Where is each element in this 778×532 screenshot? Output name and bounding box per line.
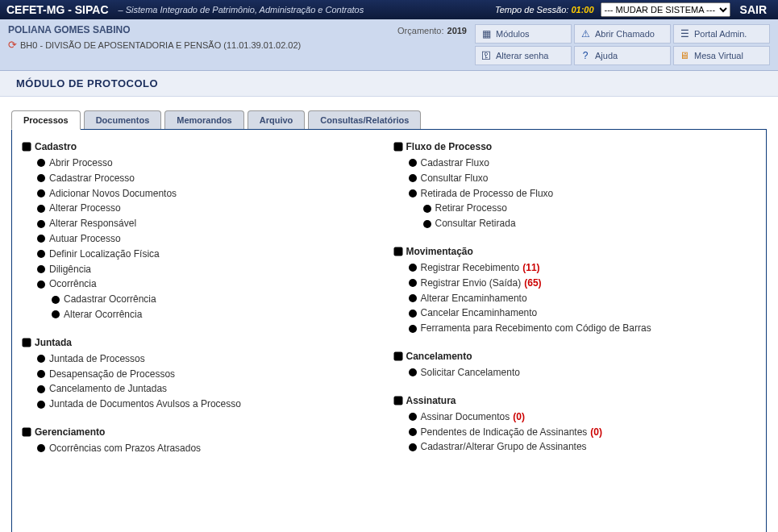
circle-arrow-icon: [36, 219, 46, 229]
link-alterar-responsavel[interactable]: Alterar Responsável: [36, 216, 385, 231]
help-button[interactable]: ?Ajuda: [574, 46, 671, 65]
circle-arrow-icon: [36, 443, 46, 453]
link-cancelar-encaminhamento[interactable]: Cancelar Encaminhamento: [408, 305, 757, 321]
top-bar: CEFET-MG - SIPAC – Sistema Integrado de …: [0, 0, 778, 19]
info-bar: POLIANA GOMES SABINO ⟳ BH0 - DIVISÃO DE …: [0, 19, 778, 71]
circle-arrow-icon: [36, 400, 46, 409]
circle-arrow-icon: [36, 280, 46, 289]
link-autuar-processo[interactable]: Autuar Processo: [36, 231, 385, 247]
circle-arrow-icon: [36, 354, 46, 364]
group-assinatura: Assinatura Assinar Documentos (0) Penden…: [393, 395, 757, 455]
circle-arrow-icon: [36, 173, 46, 183]
system-select[interactable]: --- MUDAR DE SISTEMA ---: [601, 2, 730, 17]
link-consultar-fluxo[interactable]: Consultar Fluxo: [408, 171, 757, 186]
link-solicitar-cancelamento[interactable]: Solicitar Cancelamento: [408, 365, 757, 380]
count-badge: (11): [522, 261, 539, 275]
circle-arrow-icon: [51, 295, 60, 305]
circle-arrow-icon: [408, 368, 418, 377]
refresh-icon[interactable]: ⟳: [8, 39, 17, 51]
count-badge: (65): [524, 276, 541, 290]
circle-arrow-icon: [422, 204, 432, 214]
user-dept: BH0 - DIVISÃO DE APOSENTADORIA E PENSÃO …: [20, 40, 301, 50]
group-cadastro: Cadastro Abrir Processo Cadastrar Proces…: [22, 141, 385, 322]
link-diligencia[interactable]: Diligência: [36, 262, 385, 277]
circle-arrow-icon: [36, 158, 46, 168]
link-consultar-retirada[interactable]: Consultar Retirada: [422, 216, 757, 231]
link-cadastrar-fluxo[interactable]: Cadastrar Fluxo: [408, 156, 757, 171]
desk-icon: 🖥: [679, 50, 690, 61]
link-cadastrar-grupo[interactable]: Cadastrar/Alterar Grupo de Assinantes: [408, 439, 757, 455]
subtitle: – Sistema Integrado de Patrimônio, Admin…: [119, 5, 364, 15]
link-registrar-recebimento[interactable]: Registrar Recebimento (11): [408, 260, 757, 276]
circle-arrow-icon: [408, 263, 418, 272]
circle-arrow-icon: [408, 412, 418, 422]
tab-arquivo[interactable]: Arquivo: [248, 110, 306, 130]
arrow-icon: [393, 247, 403, 256]
link-cadastrar-processo[interactable]: Cadastrar Processo: [36, 171, 385, 186]
portal-admin-button[interactable]: ☰Portal Admin.: [673, 24, 770, 44]
link-retirada-fluxo[interactable]: Retirada de Processo de Fluxo: [408, 186, 757, 202]
grid-icon: ▦: [481, 28, 492, 39]
link-alterar-encaminhamento[interactable]: Alterar Encaminhamento: [408, 291, 757, 306]
list-icon: ☰: [679, 28, 690, 39]
group-cancelamento: Cancelamento Solicitar Cancelamento: [393, 351, 757, 380]
arrow-icon: [393, 351, 403, 361]
circle-arrow-icon: [36, 384, 46, 394]
arrow-icon: [393, 142, 403, 152]
link-alterar-ocorrencia[interactable]: Alterar Ocorrência: [51, 307, 385, 322]
tab-documentos[interactable]: Documentos: [84, 110, 162, 130]
arrow-icon: [393, 396, 403, 405]
help-icon: ?: [580, 50, 591, 61]
link-juntada-processos[interactable]: Juntada de Processos: [36, 351, 385, 367]
virtual-desk-button[interactable]: 🖥Mesa Virtual: [673, 46, 770, 65]
link-alterar-processo[interactable]: Alterar Processo: [36, 201, 385, 216]
circle-arrow-icon: [408, 443, 418, 452]
circle-arrow-icon: [36, 369, 46, 379]
key-icon: ⚿: [481, 50, 492, 61]
tab-processos[interactable]: Processos: [11, 110, 81, 130]
link-juntada-documentos-avulsos[interactable]: Juntada de Documentos Avulsos a Processo: [36, 397, 385, 412]
circle-arrow-icon: [408, 324, 418, 334]
link-abrir-processo[interactable]: Abrir Processo: [36, 156, 385, 171]
modules-button[interactable]: ▦Módulos: [475, 24, 572, 44]
alert-icon: ⚠: [580, 28, 591, 39]
budget-year: 2019: [447, 26, 467, 35]
tab-memorandos[interactable]: Memorandos: [164, 110, 243, 130]
link-pendentes-indicacao[interactable]: Pendentes de Indicação de Assinantes (0): [408, 425, 757, 440]
link-ocorrencias-prazos[interactable]: Ocorrências com Prazos Atrasados: [36, 441, 385, 456]
session-timer: Tempo de Sessão: 01:00: [495, 5, 594, 15]
tab-bar: Processos Documentos Memorandos Arquivo …: [11, 110, 767, 129]
link-ferramenta-recebimento[interactable]: Ferramenta para Recebimento com Código d…: [408, 321, 757, 336]
link-registrar-envio[interactable]: Registrar Envio (Saída) (65): [408, 276, 757, 291]
link-cadastrar-ocorrencia[interactable]: Cadastrar Ocorrência: [51, 292, 385, 307]
circle-arrow-icon: [422, 219, 432, 229]
circle-arrow-icon: [408, 293, 418, 303]
open-call-button[interactable]: ⚠Abrir Chamado: [574, 24, 671, 44]
link-adicionar-novos-documentos[interactable]: Adicionar Novos Documentos: [36, 186, 385, 202]
circle-arrow-icon: [36, 234, 46, 243]
link-definir-localizacao-fisica[interactable]: Definir Localização Física: [36, 247, 385, 262]
user-name: POLIANA GOMES SABINO: [8, 24, 397, 35]
budget-label: Orçamento:: [397, 26, 443, 35]
circle-arrow-icon: [51, 310, 60, 319]
change-password-button[interactable]: ⚿Alterar senha: [475, 46, 572, 65]
group-fluxo: Fluxo de Processo Cadastrar Fluxo Consul…: [393, 141, 757, 231]
circle-arrow-icon: [36, 264, 46, 274]
link-assinar-documentos[interactable]: Assinar Documentos (0): [408, 409, 757, 425]
link-ocorrencia[interactable]: Ocorrência: [36, 276, 385, 292]
group-gerenciamento: Gerenciamento Ocorrências com Prazos Atr…: [22, 426, 385, 456]
logout-button[interactable]: SAIR: [735, 3, 772, 16]
link-cancelamento-juntadas[interactable]: Cancelamento de Juntadas: [36, 381, 385, 397]
count-badge: (0): [513, 410, 525, 424]
arrow-icon: [22, 427, 31, 437]
group-movimentacao: Movimentação Registrar Recebimento (11) …: [393, 246, 757, 336]
circle-arrow-icon: [36, 249, 46, 259]
tab-consultas[interactable]: Consultas/Relatórios: [308, 110, 421, 130]
arrow-icon: [22, 142, 31, 152]
brand: CEFET-MG - SIPAC: [6, 3, 109, 16]
group-juntada: Juntada Juntada de Processos Desapensaçã…: [22, 337, 385, 412]
circle-arrow-icon: [408, 158, 418, 168]
link-desapensacao[interactable]: Desapensação de Processos: [36, 367, 385, 382]
circle-arrow-icon: [408, 189, 418, 198]
link-retirar-processo[interactable]: Retirar Processo: [422, 201, 757, 216]
